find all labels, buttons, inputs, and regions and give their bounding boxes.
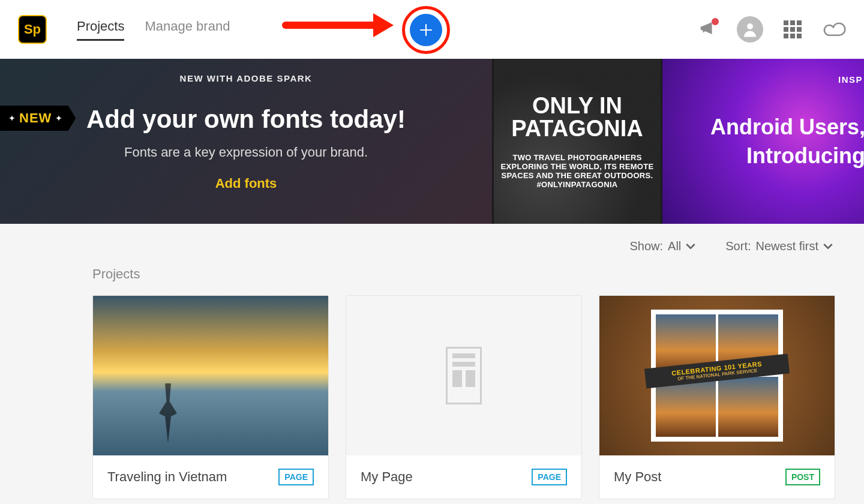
add-fonts-link[interactable]: Add fonts [215,176,277,191]
banner-fonts[interactable]: ✦ NEW ✦ NEW WITH ADOBE SPARK Add your ow… [0,59,492,224]
card-footer: My Post POST [599,455,835,499]
top-right-actions [698,16,846,43]
project-thumbnail [346,296,581,455]
sort-label: Sort: [725,239,751,253]
project-cards: Traveling in Vietnam PAGE My Page PAGE C… [0,295,864,499]
create-button-highlight [402,6,450,54]
banner-subtext: Fonts are a key expression of your brand… [0,145,492,160]
nav-projects[interactable]: Projects [77,19,124,41]
project-thumbnail [93,296,328,455]
new-badge-text: NEW [19,110,52,126]
new-badge: ✦ NEW ✦ [0,106,76,131]
project-card[interactable]: My Page PAGE [346,295,582,499]
banner2-title-2: PATAGONIA [499,117,656,140]
annotation-arrow [282,22,378,29]
banner3-line-1: Android Users, [710,115,864,140]
project-thumbnail: CELEBRATING 101 YEARS OF THE NATIONAL PA… [599,296,835,455]
creative-cloud-button[interactable] [822,20,846,39]
create-button[interactable] [410,14,442,46]
sparkle-icon: ✦ [55,113,62,123]
top-bar: Sp Projects Manage brand [0,0,864,59]
card-footer: My Page PAGE [346,455,581,499]
banner3-line-2: Introducing [710,143,864,169]
spark-logo[interactable]: Sp [18,15,47,44]
apps-grid-button[interactable] [784,20,802,38]
project-title: My Page [361,469,413,485]
show-label: Show: [629,239,663,253]
sort-value: Newest first [756,239,818,253]
profile-button[interactable] [737,16,763,43]
sort-control[interactable]: Sort: Newest first [725,239,833,253]
nav-manage-brand[interactable]: Manage brand [145,19,230,41]
card-footer: Traveling in Vietnam PAGE [93,455,328,499]
project-title: My Post [614,469,661,485]
show-value: All [668,239,681,253]
page-placeholder-icon [446,347,482,404]
list-controls: Show: All Sort: Newest first [0,224,864,253]
person-icon [741,20,759,38]
type-badge: POST [785,469,820,485]
chevron-down-icon [823,242,833,251]
type-badge: PAGE [278,469,314,485]
banner-android[interactable]: INSP Android Users, Introducing [662,59,864,224]
chevron-down-icon [686,242,695,251]
banner-patagonia[interactable]: ONLY IN PATAGONIA TWO TRAVEL PHOTOGRAPHE… [494,59,661,224]
plus-icon [418,22,434,38]
banner2-caption: TWO TRAVEL PHOTOGRAPHERS EXPLORING THE W… [499,153,656,189]
project-card[interactable]: Traveling in Vietnam PAGE [92,295,329,499]
banner-eyebrow: NEW WITH ADOBE SPARK [0,73,492,83]
logo-text: Sp [24,22,41,37]
collage-graphic: CELEBRATING 101 YEARS OF THE NATIONAL PA… [651,310,783,442]
svg-point-0 [747,23,753,29]
project-title: Traveling in Vietnam [107,469,227,485]
banner3-eyebrow: INSP [838,74,863,85]
project-card[interactable]: CELEBRATING 101 YEARS OF THE NATIONAL PA… [599,295,835,499]
show-filter[interactable]: Show: All [629,239,695,253]
type-badge: PAGE [532,469,567,485]
notification-dot [712,18,719,25]
main-nav: Projects Manage brand [77,19,230,41]
creative-cloud-icon [822,20,846,37]
notifications-button[interactable] [698,19,716,40]
banner-carousel: ✦ NEW ✦ NEW WITH ADOBE SPARK Add your ow… [0,59,864,224]
section-title: Projects [0,253,864,295]
sparkle-icon: ✦ [8,113,16,123]
banner2-title-1: ONLY IN [499,94,656,117]
